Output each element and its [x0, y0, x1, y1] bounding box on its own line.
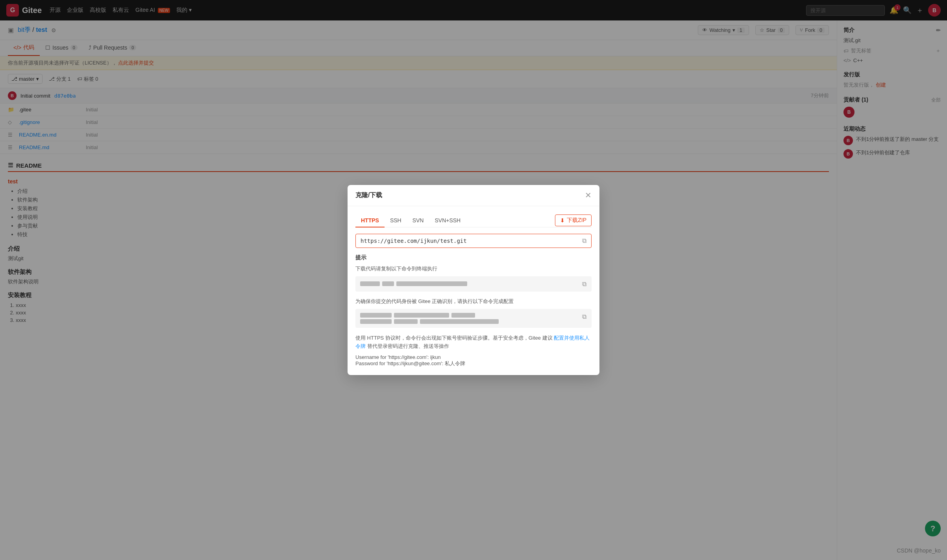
config-desc: 为确保你提交的代码身份被 Gitee 正确识别，请执行以下命令完成配置	[355, 298, 592, 305]
clone-tab-https[interactable]: HTTPS	[355, 214, 385, 227]
download-zip-container: ⬇ 下载ZIP	[555, 214, 592, 226]
credential-line-2: Password for 'https://ijkun@gitee.com': …	[355, 360, 592, 367]
clone-tab-svnssh[interactable]: SVN+SSH	[429, 214, 466, 227]
blurred-config-text	[360, 313, 499, 324]
clone-tab-svn[interactable]: SVN	[407, 214, 429, 227]
credential-line-1: Username for 'https://gitee.com': ijkun	[355, 354, 592, 360]
blurred-command-text	[360, 281, 467, 286]
config-command-row: ⧉	[355, 309, 592, 328]
watermark: CSDN @hope_ko	[897, 547, 941, 554]
modal-close-button[interactable]: ✕	[585, 191, 592, 199]
download-icon: ⬇	[560, 217, 565, 224]
hint-desc: 下载代码请复制以下命令到终端执行	[355, 265, 592, 272]
clone-tab-ssh[interactable]: SSH	[385, 214, 407, 227]
clone-url-row: ⧉	[355, 234, 592, 248]
copy-config-button[interactable]: ⧉	[582, 313, 587, 320]
copy-url-button[interactable]: ⧉	[582, 237, 586, 244]
download-zip-button[interactable]: ⬇ 下载ZIP	[555, 214, 592, 226]
hint-title: 提示	[355, 254, 592, 261]
modal-header: 克隆/下载 ✕	[348, 185, 599, 206]
modal-body: HTTPS SSH SVN SVN+SSH ⬇ 下载ZIP ⧉ 提示 下载代码请…	[348, 206, 599, 375]
clone-command-row: ⧉	[355, 276, 592, 292]
clone-tabs: HTTPS SSH SVN SVN+SSH ⬇ 下载ZIP	[355, 214, 592, 227]
modal-title: 克隆/下载	[355, 191, 382, 200]
clone-url-input[interactable]	[361, 238, 582, 244]
clone-modal: 克隆/下载 ✕ HTTPS SSH SVN SVN+SSH ⬇ 下载ZIP	[348, 185, 599, 375]
copy-command-button[interactable]: ⧉	[582, 280, 587, 288]
modal-overlay[interactable]: 克隆/下载 ✕ HTTPS SSH SVN SVN+SSH ⬇ 下载ZIP	[0, 0, 947, 560]
credential-lines: Username for 'https://gitee.com': ijkun …	[355, 354, 592, 367]
security-note: 使用 HTTPS 协议时，命令行会出现如下账号密码验证步骤。基于安全考虑，Git…	[355, 334, 592, 351]
